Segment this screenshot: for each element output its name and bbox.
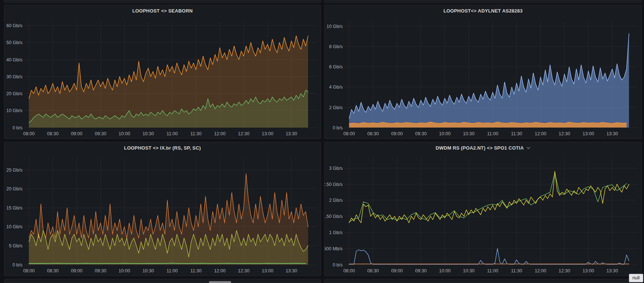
- svg-text:2 Gb/s: 2 Gb/s: [329, 105, 343, 110]
- svg-text:11:30: 11:30: [190, 131, 201, 136]
- next-row-partial-element: [209, 281, 231, 283]
- svg-text:10:30: 10:30: [463, 131, 474, 136]
- svg-text:6 Gb/s: 6 Gb/s: [329, 64, 343, 69]
- svg-text:5 Gb/s: 5 Gb/s: [9, 243, 22, 248]
- panel-title-text: LOOPHOST<> ADYLNET AS28283: [443, 8, 523, 14]
- panel-title-text: LOOPHOST <> SEABORN: [132, 8, 192, 14]
- previous-row-panel-edge-right: [324, 0, 642, 3]
- svg-text:08:00: 08:00: [23, 268, 35, 273]
- svg-text:08:30: 08:30: [47, 131, 59, 136]
- svg-text:2 Gb/s: 2 Gb/s: [329, 198, 343, 203]
- svg-text:09:00: 09:00: [71, 268, 82, 273]
- svg-text:11:30: 11:30: [511, 268, 522, 273]
- svg-text:10:00: 10:00: [118, 131, 130, 136]
- svg-text:10 Gb/s: 10 Gb/s: [6, 224, 22, 229]
- svg-text:0 b/s: 0 b/s: [333, 262, 343, 268]
- panel-title-text: DWDM RS (POA2.NT) <> SPO1 COTIA: [436, 145, 524, 151]
- svg-text:12:00: 12:00: [535, 268, 546, 273]
- timeseries-chart-dwdm-rs-spo1-cotia[interactable]: 0 b/s500 Mb/s1 Gb/s1.50 Gb/s2 Gb/s2.50 G…: [325, 153, 641, 276]
- svg-text:11:30: 11:30: [511, 131, 522, 136]
- svg-text:8 Gb/s: 8 Gb/s: [329, 44, 343, 49]
- panel-loophost-adylnet: LOOPHOST<> ADYLNET AS28283 0 b/s2 Gb/s4 …: [324, 5, 642, 139]
- timeseries-chart-loophost-adylnet[interactable]: 0 b/s2 Gb/s4 Gb/s6 Gb/s8 Gb/s10 Gb/s08:0…: [325, 16, 641, 139]
- svg-text:13:30: 13:30: [606, 268, 618, 273]
- next-row-panel-edge-right: [324, 279, 642, 283]
- svg-text:500 Mb/s: 500 Mb/s: [325, 246, 343, 251]
- svg-text:13:00: 13:00: [583, 131, 594, 136]
- svg-text:09:00: 09:00: [391, 268, 403, 273]
- svg-text:10:30: 10:30: [142, 131, 154, 136]
- panel-dwdm-rs-spo1-cotia: DWDM RS (POA2.NT) <> SPO1 COTIA 0 b/s500…: [324, 142, 642, 276]
- svg-text:10 Gb/s: 10 Gb/s: [326, 24, 343, 29]
- svg-text:08:00: 08:00: [23, 131, 35, 136]
- svg-text:40 Gb/s: 40 Gb/s: [6, 57, 22, 62]
- svg-text:13:00: 13:00: [262, 268, 273, 273]
- svg-text:09:30: 09:30: [415, 131, 427, 136]
- svg-text:13:30: 13:30: [606, 131, 618, 136]
- svg-text:08:00: 08:00: [343, 131, 355, 136]
- svg-text:09:30: 09:30: [95, 268, 106, 273]
- svg-text:11:00: 11:00: [487, 131, 498, 136]
- svg-text:60 Gb/s: 60 Gb/s: [6, 23, 22, 28]
- svg-text:15 Gb/s: 15 Gb/s: [6, 205, 22, 211]
- timeseries-chart-loophost-ixbr[interactable]: 0 b/s5 Gb/s10 Gb/s15 Gb/s20 Gb/s25 Gb/s0…: [4, 153, 321, 276]
- svg-text:12:30: 12:30: [238, 131, 250, 136]
- svg-text:1 Gb/s: 1 Gb/s: [329, 230, 343, 235]
- svg-text:11:00: 11:00: [487, 268, 498, 273]
- panel-title-loophost-seaborn[interactable]: LOOPHOST <> SEABORN: [4, 5, 321, 16]
- hover-tooltip: null: [629, 274, 643, 282]
- timeseries-chart-loophost-seaborn[interactable]: 0 b/s10 Gb/s20 Gb/s30 Gb/s40 Gb/s50 Gb/s…: [4, 16, 321, 139]
- svg-text:4 Gb/s: 4 Gb/s: [329, 85, 343, 90]
- svg-text:2.50 Gb/s: 2.50 Gb/s: [325, 182, 343, 187]
- svg-text:20 Gb/s: 20 Gb/s: [6, 91, 22, 96]
- svg-text:13:30: 13:30: [286, 268, 297, 273]
- panel-title-loophost-adylnet[interactable]: LOOPHOST<> ADYLNET AS28283: [325, 5, 641, 16]
- svg-text:10:00: 10:00: [439, 131, 450, 136]
- svg-text:12:30: 12:30: [238, 268, 250, 273]
- svg-text:08:30: 08:30: [47, 268, 59, 273]
- svg-text:0 b/s: 0 b/s: [13, 262, 22, 268]
- svg-text:20 Gb/s: 20 Gb/s: [6, 186, 22, 191]
- svg-text:11:00: 11:00: [167, 268, 178, 273]
- svg-text:09:30: 09:30: [95, 131, 106, 136]
- svg-text:08:30: 08:30: [367, 268, 379, 273]
- panel-title-dwdm-dropdown[interactable]: DWDM RS (POA2.NT) <> SPO1 COTIA: [325, 142, 641, 153]
- chevron-down-icon[interactable]: [527, 147, 530, 149]
- svg-text:12:00: 12:00: [214, 268, 226, 273]
- svg-text:09:30: 09:30: [415, 268, 427, 273]
- svg-text:10:30: 10:30: [142, 268, 154, 273]
- panel-loophost-seaborn: LOOPHOST <> SEABORN 0 b/s10 Gb/s20 Gb/s3…: [4, 5, 321, 139]
- svg-text:0 b/s: 0 b/s: [333, 125, 343, 130]
- panel-title-loophost-ixbr[interactable]: LOOPHOST <> IX.br (RS, SP, SC): [4, 142, 321, 153]
- panel-title-text: LOOPHOST <> IX.br (RS, SP, SC): [124, 145, 201, 151]
- svg-text:08:30: 08:30: [367, 131, 379, 136]
- svg-text:12:30: 12:30: [559, 131, 570, 136]
- svg-text:10:00: 10:00: [439, 268, 450, 273]
- svg-text:09:00: 09:00: [391, 131, 403, 136]
- svg-text:3 Gb/s: 3 Gb/s: [329, 166, 343, 171]
- svg-text:0 b/s: 0 b/s: [13, 125, 22, 130]
- svg-text:10:00: 10:00: [118, 268, 130, 273]
- svg-text:12:00: 12:00: [214, 131, 226, 136]
- panel-loophost-ixbr: LOOPHOST <> IX.br (RS, SP, SC) 0 b/s5 Gb…: [4, 142, 321, 276]
- svg-text:10:30: 10:30: [463, 268, 474, 273]
- svg-text:30 Gb/s: 30 Gb/s: [6, 74, 22, 79]
- svg-text:13:00: 13:00: [262, 131, 273, 136]
- svg-text:13:00: 13:00: [583, 268, 594, 273]
- svg-text:11:30: 11:30: [190, 268, 201, 273]
- svg-text:08:00: 08:00: [343, 268, 355, 273]
- svg-text:1.50 Gb/s: 1.50 Gb/s: [325, 214, 343, 219]
- svg-text:11:00: 11:00: [167, 131, 178, 136]
- svg-text:13:30: 13:30: [286, 131, 297, 136]
- svg-text:10 Gb/s: 10 Gb/s: [6, 108, 22, 113]
- svg-text:12:00: 12:00: [535, 131, 546, 136]
- svg-text:09:00: 09:00: [71, 131, 82, 136]
- svg-text:50 Gb/s: 50 Gb/s: [6, 40, 22, 45]
- next-row-panel-edge-left: [4, 279, 321, 283]
- previous-row-panel-edge-left: [4, 0, 321, 3]
- svg-text:25 Gb/s: 25 Gb/s: [6, 168, 22, 173]
- svg-text:12:30: 12:30: [559, 268, 570, 273]
